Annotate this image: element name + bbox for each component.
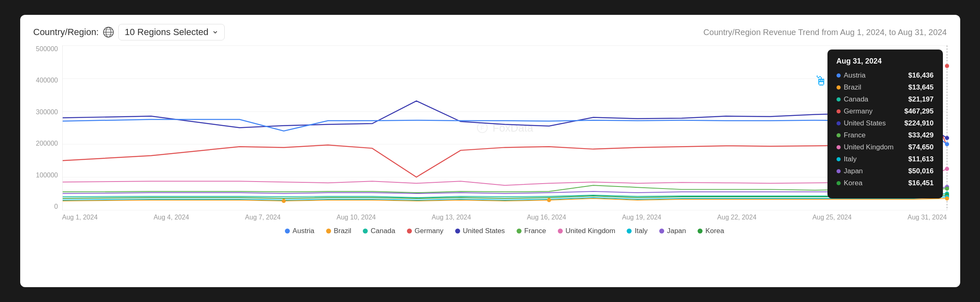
x-label-aug10: Aug 10, 2024	[336, 214, 376, 221]
tooltip-row: Brazil $13,645	[837, 83, 934, 92]
legend-dot-canada	[363, 229, 368, 234]
tooltip-dot	[837, 145, 841, 149]
tooltip-row: United Kingdom $74,650	[837, 143, 934, 151]
x-label-aug22: Aug 22, 2024	[717, 214, 757, 221]
tooltip-row: Italy $11,613	[837, 155, 934, 163]
tooltip-value: $16,451	[908, 179, 933, 187]
legend-germany: Germany	[407, 227, 444, 235]
tooltip-country-name: United States	[844, 119, 886, 127]
cursor-pointer-icon: 🖱	[814, 73, 827, 89]
chart-area: 500000 400000 300000 200000 100000 0 F F…	[33, 45, 947, 260]
tooltip-dot	[837, 109, 841, 113]
x-axis: Aug 1, 2024 Aug 4, 2024 Aug 7, 2024 Aug …	[62, 214, 947, 221]
tooltip-value: $16,436	[908, 71, 933, 80]
germany-endpoint	[945, 64, 949, 68]
legend-japan: Japan	[659, 227, 686, 235]
brazil-endpoint	[945, 196, 949, 201]
tooltip-country-name: Austria	[844, 71, 866, 80]
tooltip-row: Korea $16,451	[837, 179, 934, 187]
tooltip-row: France $33,429	[837, 131, 934, 139]
region-selector[interactable]: 10 Regions Selected	[118, 24, 224, 40]
x-label-aug13: Aug 13, 2024	[432, 214, 471, 221]
tooltip-dot	[837, 157, 841, 161]
tooltip-value: $74,650	[908, 143, 933, 151]
chart-container: Country/Region: 10 Regions Selected Coun…	[20, 15, 960, 287]
legend-korea: Korea	[698, 227, 724, 235]
x-label-aug1: Aug 1, 2024	[62, 214, 98, 221]
legend-brazil: Brazil	[326, 227, 352, 235]
tooltip-dot	[837, 133, 841, 137]
legend-label-brazil: Brazil	[334, 227, 352, 235]
legend-label-germany: Germany	[415, 227, 444, 235]
chart-legend: Austria Brazil Canada Germany United Sta…	[62, 227, 947, 235]
tooltip-value: $33,429	[908, 131, 933, 139]
x-label-aug7: Aug 7, 2024	[245, 214, 280, 221]
legend-dot-uk	[558, 229, 563, 234]
tooltip-country: Canada	[837, 95, 890, 104]
tooltip-country: Brazil	[837, 83, 890, 92]
uk-line	[63, 169, 947, 185]
tooltip-country-name: Korea	[844, 179, 862, 187]
tooltip-value: $224,910	[905, 119, 934, 127]
legend-label-uk: United Kingdom	[566, 227, 616, 235]
tooltip-dot	[837, 97, 841, 101]
us-endpoint	[945, 136, 949, 140]
tooltip-country-name: Brazil	[844, 83, 862, 92]
x-label-aug16: Aug 16, 2024	[527, 214, 566, 221]
chart-title: Country/Region Revenue Trend from Aug 1,…	[703, 28, 947, 37]
legend-dot-austria	[285, 229, 290, 234]
tooltip-dot	[837, 181, 841, 185]
tooltip-country: United States	[837, 119, 890, 127]
legend-label-japan: Japan	[667, 227, 686, 235]
chart-plot: F FoxData	[62, 45, 947, 210]
uk-endpoint	[945, 167, 949, 171]
legend-dot-germany	[407, 229, 412, 234]
tooltip-date: Aug 31, 2024	[837, 57, 934, 66]
legend-label-italy: Italy	[635, 227, 647, 235]
tooltip-value: $50,016	[908, 167, 933, 175]
tooltip-country-name: Japan	[844, 167, 863, 175]
y-label-0: 0	[33, 203, 62, 210]
grid-line-0	[63, 210, 947, 210]
tooltip-country: Italy	[837, 155, 890, 163]
chart-tooltip: Aug 31, 2024 Austria $16,436 Brazil $13,…	[827, 50, 943, 198]
line-chart-svg	[63, 45, 947, 210]
austria-line	[63, 120, 947, 144]
tooltip-row: Japan $50,016	[837, 167, 934, 175]
tooltip-value: $13,645	[908, 83, 933, 92]
tooltip-value: $467,295	[905, 107, 934, 116]
tooltip-value: $21,197	[908, 95, 933, 104]
y-label-500k: 500000	[33, 45, 62, 53]
chevron-down-icon	[212, 29, 219, 35]
tooltip-country-name: United Kingdom	[844, 143, 894, 151]
tooltip-country: United Kingdom	[837, 143, 894, 151]
globe-icon	[103, 26, 114, 38]
y-axis: 500000 400000 300000 200000 100000 0	[33, 45, 62, 210]
region-selector-text: 10 Regions Selected	[125, 27, 208, 38]
legend-dot-us	[455, 229, 460, 234]
tooltip-row: Germany $467,295	[837, 107, 934, 116]
y-label-400k: 400000	[33, 77, 62, 84]
y-label-300k: 300000	[33, 109, 62, 116]
legend-france: France	[517, 227, 546, 235]
tooltip-country: Austria	[837, 71, 890, 80]
x-label-aug31: Aug 31, 2024	[907, 214, 947, 221]
legend-dot-brazil	[326, 229, 331, 234]
y-label-200k: 200000	[33, 140, 62, 147]
legend-dot-france	[517, 229, 522, 234]
header-left: Country/Region: 10 Regions Selected	[33, 24, 225, 40]
x-label-aug4: Aug 4, 2024	[153, 214, 189, 221]
tooltip-dot	[837, 73, 841, 78]
tooltip-row: United States $224,910	[837, 119, 934, 127]
tooltip-country-name: Germany	[844, 107, 873, 116]
tooltip-row: Austria $16,436	[837, 71, 934, 80]
tooltip-value: $11,613	[908, 155, 933, 163]
legend-label-us: United States	[463, 227, 505, 235]
legend-canada: Canada	[363, 227, 395, 235]
tooltip-country: Korea	[837, 179, 890, 187]
legend-label-canada: Canada	[371, 227, 395, 235]
legend-dot-japan	[659, 229, 664, 234]
legend-uk: United Kingdom	[558, 227, 616, 235]
tooltip-dot	[837, 169, 841, 173]
legend-label-austria: Austria	[293, 227, 315, 235]
